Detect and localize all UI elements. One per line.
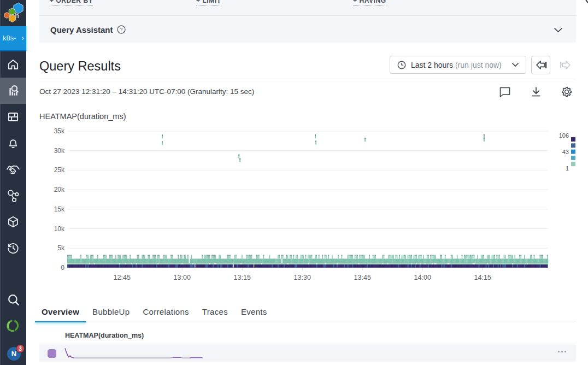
chevron-right-icon: › [21,33,24,42]
query-chart-magnifier-icon [6,84,20,98]
app-root: h k8s- › [0,0,588,365]
svg-text:106: 106 [559,132,569,139]
boards-grid-icon [6,110,20,124]
svg-text:13:00: 13:00 [174,274,191,281]
series-color-swatch [48,349,56,358]
svg-text:10k: 10k [54,225,65,233]
tab-traces[interactable]: Traces [196,302,234,321]
handshake-icon [5,162,21,177]
svg-text:13:15: 13:15 [234,274,251,281]
summary-row[interactable] [39,344,576,362]
bell-icon [6,136,20,150]
sidebar-item-activity-history[interactable] [0,235,26,261]
results-tabs: Overview BubbleUp Correlations Traces Ev… [35,302,274,321]
environment-label: k8s- [3,34,16,42]
summary-sparkline [64,345,206,361]
svg-text:30k: 30k [54,147,65,155]
notification-badge: 3 [16,344,25,353]
sidebar-item-slos[interactable] [0,156,26,182]
tab-overview[interactable]: Overview [35,302,86,321]
svg-text:14:15: 14:15 [474,274,491,281]
previous-query-button[interactable] [531,56,550,74]
svg-text:13:45: 13:45 [354,274,371,281]
sidebar-item-query[interactable] [0,78,26,104]
sidebar-item-home[interactable] [0,51,26,78]
tab-correlations[interactable]: Correlations [136,302,195,321]
page-title: Query Results [39,59,121,74]
tab-bubbleup[interactable]: BubbleUp [86,302,136,321]
environment-switcher[interactable]: k8s- › [0,26,26,51]
sidebar-item-service-map[interactable] [0,182,26,209]
chevron-down-icon [511,62,519,67]
avatar-initial: N [11,350,16,358]
svg-text:35k: 35k [54,128,65,135]
next-query-icon[interactable] [560,59,572,71]
having-link[interactable]: + HAVING [353,0,386,6]
honeycomb-logo-icon: h [0,0,26,26]
row-more-button[interactable] [558,351,566,352]
query-assistant-bar[interactable]: Query Assistant ? [39,16,576,43]
svg-text:15k: 15k [54,205,65,213]
download-icon[interactable] [530,85,543,98]
cut-off-corner-icon [583,0,588,5]
comment-icon[interactable] [498,85,511,98]
svg-text:13:30: 13:30 [294,274,311,281]
svg-text:14:00: 14:00 [414,274,431,281]
clock-icon [397,61,406,69]
sidebar-item-boards[interactable] [0,104,26,130]
limit-link[interactable]: + LIMIT [196,0,221,6]
chart-title: HEATMAP(duration_ms) [39,112,126,121]
svg-text:0: 0 [61,264,64,272]
sidebar-item-status[interactable] [0,313,26,339]
query-timestamp: Oct 27 2023 12:31:20 – 14:31:20 UTC-07:0… [39,87,254,96]
honeycomb-logo[interactable]: h [0,0,26,26]
home-icon [6,57,20,72]
notification-count: 3 [19,346,22,352]
sidebar-item-triggers[interactable] [0,130,26,156]
svg-text:?: ? [120,26,122,32]
chevron-down-icon[interactable] [554,27,563,33]
cube-icon [6,215,20,229]
tab-events[interactable]: Events [234,302,274,321]
query-builder-strip: + ORDER BY + LIMIT + HAVING [39,0,576,16]
svg-text:5k: 5k [57,244,65,252]
svg-text:20k: 20k [54,186,65,193]
tabs-divider [35,321,576,321]
svg-text:43: 43 [562,149,569,155]
summary-column-header: HEATMAP(duration_ms) [65,332,144,339]
history-clock-icon [6,241,20,255]
order-by-link[interactable]: + ORDER BY [50,0,93,6]
environment-focus-strip [26,26,27,51]
svg-text:25k: 25k [54,166,65,174]
question-circle-icon[interactable]: ? [117,25,126,34]
search-icon [6,292,21,307]
sidebar-item-datasets[interactable] [0,209,26,235]
time-range-dropdown[interactable]: Last 2 hours (run just now) [390,56,526,74]
header-divider [39,79,576,79]
sidebar-item-search[interactable] [0,286,26,313]
svg-text:12:45: 12:45 [114,274,131,281]
settings-gear-icon[interactable] [560,85,573,98]
previous-query-icon [532,56,550,74]
status-ring-icon [5,318,21,333]
sidebar: h k8s- › [0,0,26,365]
svg-text:1: 1 [566,165,569,172]
time-range-note: (run just now) [455,61,502,69]
heatmap-chart[interactable]: 05k10k15k20k25k30k35k12:4513:0013:1513:3… [44,128,585,283]
time-range-label: Last 2 hours (run just now) [411,61,502,69]
svg-text:h: h [15,11,19,20]
share-nodes-icon [6,189,20,203]
query-assistant-title: Query Assistant [50,25,113,34]
